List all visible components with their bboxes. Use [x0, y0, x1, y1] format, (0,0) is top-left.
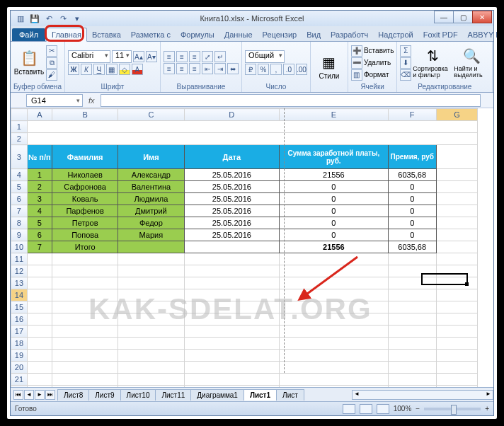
sheet-tab[interactable]: Лист1 — [244, 389, 277, 401]
insert-cells-button[interactable]: ➕Вставить — [351, 45, 394, 57]
fill-button[interactable]: ⬇ — [400, 57, 411, 69]
tab-home[interactable]: Главная — [46, 28, 87, 42]
merge-button[interactable]: ⬌ — [227, 63, 239, 74]
indent-inc-button[interactable]: ⇥ — [214, 63, 226, 74]
col-header[interactable]: F — [388, 109, 436, 121]
name-box[interactable]: G14 — [26, 94, 83, 107]
tab-developer[interactable]: Разработч — [326, 28, 373, 41]
percent-button[interactable]: % — [258, 64, 269, 75]
view-pagebreak-button[interactable] — [377, 404, 389, 414]
align-top-button[interactable]: ≡ — [164, 51, 175, 62]
sheet-tab[interactable]: Лист11 — [155, 389, 191, 401]
tab-data[interactable]: Данные — [219, 28, 258, 41]
underline-button[interactable]: Ч — [93, 64, 105, 75]
fill-color-button[interactable]: ◇ — [119, 64, 130, 75]
tab-review[interactable]: Рецензир — [258, 28, 302, 41]
align-center-button[interactable]: ≡ — [176, 63, 188, 74]
sheet-nav-prev[interactable]: ◄ — [24, 390, 34, 400]
row-header[interactable]: 2 — [11, 133, 28, 145]
worksheet-grid[interactable]: A B C D E F G 1 2 3 № п/п Фамилия Имя Да… — [11, 108, 493, 387]
sheet-tab[interactable]: Лист — [276, 389, 304, 401]
sheet-nav-first[interactable]: ⏮ — [13, 390, 23, 400]
tab-layout[interactable]: Разметка с — [126, 28, 176, 41]
view-layout-button[interactable] — [360, 404, 372, 414]
tab-addins[interactable]: Надстрой — [373, 28, 418, 41]
wrap-text-button[interactable]: ↵ — [214, 51, 226, 62]
font-color-button[interactable]: A — [132, 64, 143, 75]
tab-view[interactable]: Вид — [302, 28, 326, 41]
align-middle-button[interactable]: ≡ — [176, 51, 188, 62]
fx-button[interactable]: fx — [88, 96, 95, 105]
format-painter-button[interactable]: 🖌 — [46, 69, 57, 81]
align-right-button[interactable]: ≡ — [189, 63, 200, 74]
maximize-button[interactable]: ▢ — [453, 11, 473, 23]
qat-more-icon[interactable]: ▾ — [71, 13, 83, 24]
horizontal-scrollbar[interactable] — [352, 390, 493, 400]
minimize-button[interactable]: — — [434, 11, 454, 23]
view-normal-button[interactable] — [343, 404, 355, 414]
grow-font-button[interactable]: A▴ — [133, 51, 144, 62]
delete-cells-button[interactable]: ➖Удалить — [351, 57, 394, 69]
indent-dec-button[interactable]: ⇤ — [202, 63, 213, 74]
tab-abbyy[interactable]: ABBYY F — [463, 28, 500, 41]
sheet-tab[interactable]: Лист10 — [120, 389, 156, 401]
align-left-button[interactable]: ≡ — [164, 63, 175, 74]
paste-button[interactable]: 📋 Вставить — [13, 45, 45, 81]
currency-button[interactable]: ₽ — [245, 64, 256, 75]
zoom-in-button[interactable]: + — [485, 405, 489, 413]
row-header[interactable]: 21 — [11, 374, 28, 386]
redo-icon[interactable]: ↷ — [57, 13, 69, 24]
sheet-nav-next[interactable]: ► — [35, 390, 45, 400]
styles-button[interactable]: ▦ Стили — [314, 48, 345, 85]
row-header[interactable]: 22 — [11, 386, 28, 388]
sheet-tab[interactable]: Лист8 — [57, 389, 89, 401]
row-header[interactable]: 16 — [11, 313, 28, 326]
zoom-out-button[interactable]: − — [416, 405, 420, 413]
close-button[interactable]: ✕ — [472, 11, 492, 23]
col-header[interactable]: E — [280, 109, 388, 121]
row-header[interactable]: 12 — [11, 265, 28, 277]
find-select-button[interactable]: 🔍 Найти и выделить — [454, 45, 489, 81]
bold-button[interactable]: Ж — [68, 64, 79, 75]
row-header[interactable]: 3 — [11, 145, 28, 169]
format-cells-button[interactable]: ▥Формат — [351, 69, 394, 81]
clear-button[interactable]: ⌫ — [400, 69, 411, 81]
row-header[interactable]: 19 — [11, 350, 28, 362]
undo-icon[interactable]: ↶ — [43, 13, 55, 24]
row-header[interactable]: 13 — [11, 277, 28, 289]
select-all-corner[interactable] — [11, 109, 28, 121]
shrink-font-button[interactable]: A▾ — [146, 51, 157, 62]
row-header[interactable]: 1 — [11, 121, 28, 133]
number-format-select[interactable]: Общий — [245, 50, 285, 63]
row-header[interactable]: 7 — [11, 205, 28, 217]
orientation-button[interactable]: ⤢ — [202, 51, 213, 62]
comma-button[interactable]: , — [270, 64, 282, 75]
col-header[interactable]: B — [52, 109, 118, 121]
tab-foxit[interactable]: Foxit PDF — [418, 28, 463, 41]
font-size-select[interactable]: 11 — [112, 50, 132, 63]
col-header[interactable]: C — [118, 109, 184, 121]
tab-file[interactable]: Файл — [12, 28, 45, 41]
row-header[interactable]: 8 — [11, 217, 28, 229]
dec-decimal-button[interactable]: .00 — [296, 64, 307, 75]
row-header[interactable]: 6 — [11, 193, 28, 205]
copy-button[interactable]: ⧉ — [46, 57, 57, 69]
row-header[interactable]: 20 — [11, 362, 28, 374]
italic-button[interactable]: К — [81, 64, 92, 75]
tab-formulas[interactable]: Формулы — [176, 28, 219, 41]
tab-insert[interactable]: Вставка — [87, 28, 126, 41]
autosum-button[interactable]: Σ — [400, 45, 411, 57]
row-header[interactable]: 17 — [11, 326, 28, 338]
align-bottom-button[interactable]: ≡ — [189, 51, 200, 62]
row-header[interactable]: 5 — [11, 181, 28, 193]
zoom-level[interactable]: 100% — [394, 405, 412, 413]
border-button[interactable]: ▦ — [106, 64, 118, 75]
zoom-slider[interactable] — [424, 408, 481, 410]
sheet-tab[interactable]: Лист9 — [88, 389, 120, 401]
col-header[interactable]: A — [27, 109, 52, 121]
row-header[interactable]: 15 — [11, 301, 28, 313]
sheet-nav-last[interactable]: ⏭ — [45, 390, 55, 400]
row-header[interactable]: 14 — [11, 289, 28, 301]
row-header[interactable]: 4 — [11, 169, 28, 181]
save-icon[interactable]: 💾 — [29, 13, 40, 24]
